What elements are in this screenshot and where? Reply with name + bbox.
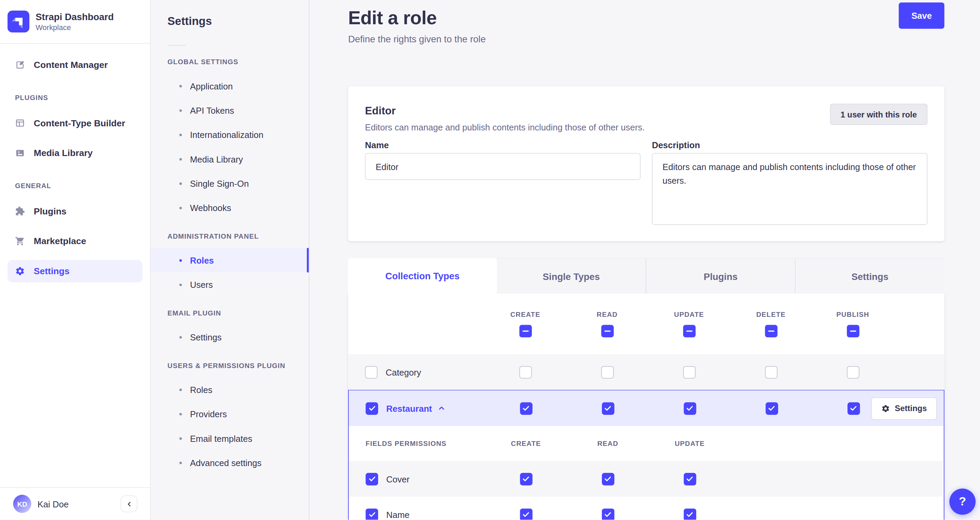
help-button[interactable]: ? [949, 488, 975, 515]
subnav-item-label: Providers [190, 409, 227, 419]
table-row-category: Category [348, 354, 945, 390]
cover-row-checkbox[interactable] [366, 472, 378, 485]
restaurant-row-checkbox[interactable] [366, 402, 378, 415]
category-publish-checkbox[interactable] [846, 366, 859, 378]
collapse-sidebar-button[interactable] [121, 495, 137, 512]
brand[interactable]: Strapi Dashboard Workplace [0, 0, 150, 44]
subnav-item-roles-admin[interactable]: Roles [151, 248, 309, 272]
viewport: Strapi Dashboard Workplace Content Manag… [0, 0, 980, 520]
restaurant-delete-checkbox[interactable] [765, 402, 778, 415]
sidebar-item-plugins[interactable]: Plugins [8, 200, 142, 223]
save-button[interactable]: Save [899, 2, 945, 29]
sidebar-item-content-type-builder[interactable]: Content-Type Builder [8, 112, 142, 135]
subnav-item-single-sign-on[interactable]: Single Sign-On [151, 171, 309, 195]
column-header-update: UPDATE [674, 310, 704, 318]
restaurant-update-checkbox[interactable] [684, 402, 696, 415]
restaurant-create-checkbox[interactable] [520, 402, 532, 415]
main-content: Edit a role Define the rights given to t… [309, 0, 980, 520]
users-with-role-button[interactable]: 1 user with this role [830, 104, 928, 125]
tab-settings[interactable]: Settings [795, 258, 944, 294]
column-header-delete: DELETE [756, 310, 786, 318]
row-label: Name [386, 509, 410, 519]
subnav-item-email-settings[interactable]: Settings [151, 325, 309, 349]
subnav-item-webhooks[interactable]: Webhooks [151, 196, 309, 220]
description-textarea[interactable]: Editors can manage and publish contents … [652, 153, 928, 225]
category-read-checkbox[interactable] [601, 366, 614, 378]
publish-column-checkbox[interactable] [846, 325, 859, 337]
category-update-checkbox[interactable] [683, 366, 695, 378]
sidebar-item-media-library[interactable]: Media Library [8, 142, 142, 164]
restaurant-read-checkbox[interactable] [601, 402, 614, 415]
subnav-item-providers[interactable]: Providers [151, 402, 309, 426]
subnav-item-users[interactable]: Users [151, 272, 309, 297]
sidebar-item-settings[interactable]: Settings [8, 260, 142, 282]
name-read-checkbox[interactable] [601, 508, 614, 520]
fields-column-read: READ [597, 440, 618, 447]
tab-single-types[interactable]: Single Types [497, 258, 646, 294]
puzzle-icon [15, 206, 25, 216]
subnav-item-media-library[interactable]: Media Library [151, 147, 309, 171]
category-row-checkbox[interactable] [365, 366, 378, 378]
gear-icon [15, 266, 25, 276]
tab-plugins[interactable]: Plugins [646, 258, 795, 294]
read-column-checkbox[interactable] [601, 325, 614, 337]
cover-read-checkbox[interactable] [601, 472, 614, 485]
sidebar-item-marketplace[interactable]: Marketplace [8, 230, 142, 252]
subnav-item-roles-up[interactable]: Roles [151, 377, 309, 402]
permissions-table: CREATE READ UPDATE DELETE PUBLISH [348, 294, 945, 520]
role-description-text: Editors can manage and publish contents … [365, 122, 645, 132]
content-manager-icon [15, 60, 25, 70]
category-delete-checkbox[interactable] [765, 366, 778, 378]
cover-create-checkbox[interactable] [520, 472, 532, 485]
brand-title: Strapi Dashboard [35, 11, 114, 22]
restaurant-row-toggle[interactable]: Restaurant [386, 403, 446, 413]
sidebar-item-label: Content-Type Builder [34, 118, 126, 128]
tab-collection-types[interactable]: Collection Types [348, 258, 497, 294]
row-label[interactable]: Category [386, 367, 421, 377]
name-input[interactable] [365, 153, 641, 180]
subnav-item-label: Single Sign-On [190, 178, 249, 188]
name-row-checkbox[interactable] [366, 508, 378, 520]
delete-column-checkbox[interactable] [765, 325, 778, 337]
restaurant-expanded-section: Restaurant [348, 390, 945, 520]
subnav-item-label: Email templates [190, 433, 252, 443]
column-header-create: CREATE [510, 310, 540, 318]
subnav-item-label: Settings [190, 332, 222, 342]
subnav-item-application[interactable]: Application [151, 74, 309, 98]
name-create-checkbox[interactable] [520, 508, 532, 520]
subnav-item-label: Webhooks [190, 203, 231, 213]
brand-subtitle: Workplace [35, 23, 114, 32]
fields-permissions-title: FIELDS PERMISSIONS [366, 440, 447, 447]
bullet-icon [179, 134, 182, 136]
table-row-name: Name [349, 497, 944, 520]
subnav-item-label: Media Library [190, 154, 243, 164]
subnav-title: Settings [151, 15, 309, 28]
bullet-icon [179, 336, 182, 338]
create-column-checkbox[interactable] [519, 325, 532, 337]
sidebar-item-label: Media Library [34, 148, 93, 158]
subnav-item-advanced-settings[interactable]: Advanced settings [151, 450, 309, 475]
role-title: Editor [365, 105, 645, 118]
column-header-publish: PUBLISH [837, 310, 869, 318]
gear-icon [881, 404, 890, 413]
subnav-item-internationalization[interactable]: Internationalization [151, 122, 309, 147]
sidebar-item-content-manager[interactable]: Content Manager [8, 54, 142, 76]
role-details-card: Editor Editors can manage and publish co… [348, 86, 945, 241]
strapi-app: Strapi Dashboard Workplace Content Manag… [0, 0, 980, 520]
row-label: Cover [386, 474, 410, 484]
subnav-item-api-tokens[interactable]: API Tokens [151, 98, 309, 122]
restaurant-publish-checkbox[interactable] [847, 402, 860, 415]
avatar[interactable]: KD [13, 495, 31, 513]
permissions-header-row: CREATE READ UPDATE DELETE PUBLISH [348, 294, 945, 354]
update-column-checkbox[interactable] [683, 325, 695, 337]
sidebar-item-label: Plugins [34, 206, 67, 216]
column-header-read: READ [597, 310, 617, 318]
strapi-logo-icon [8, 11, 29, 32]
name-update-checkbox[interactable] [684, 508, 696, 520]
restaurant-settings-button[interactable]: Settings [871, 397, 937, 420]
cover-update-checkbox[interactable] [684, 472, 696, 485]
fields-column-create: CREATE [511, 440, 541, 447]
category-create-checkbox[interactable] [519, 366, 532, 378]
subnav-item-email-templates[interactable]: Email templates [151, 426, 309, 450]
subnav-item-label: Advanced settings [190, 458, 261, 468]
